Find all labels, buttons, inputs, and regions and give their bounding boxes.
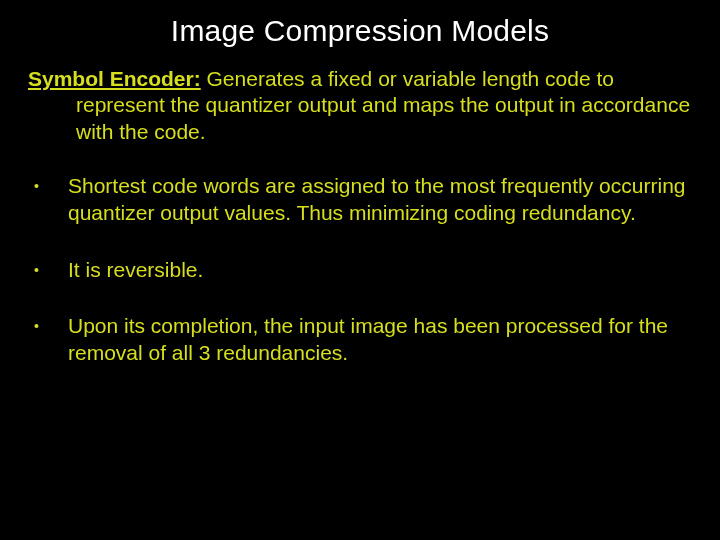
- list-item-text: It is reversible.: [68, 257, 692, 284]
- bullet-icon: •: [28, 257, 68, 280]
- bullet-icon: •: [28, 173, 68, 196]
- bullet-icon: •: [28, 313, 68, 336]
- intro-label: Symbol Encoder:: [28, 67, 201, 90]
- bullet-list: • Shortest code words are assigned to th…: [28, 173, 692, 367]
- list-item: • Shortest code words are assigned to th…: [28, 173, 692, 227]
- slide: Image Compression Models Symbol Encoder:…: [0, 0, 720, 540]
- list-item-text: Shortest code words are assigned to the …: [68, 173, 692, 227]
- list-item-text: Upon its completion, the input image has…: [68, 313, 692, 367]
- intro-paragraph: Symbol Encoder: Generates a fixed or var…: [28, 66, 692, 145]
- slide-title: Image Compression Models: [28, 14, 692, 48]
- list-item: • Upon its completion, the input image h…: [28, 313, 692, 367]
- list-item: • It is reversible.: [28, 257, 692, 284]
